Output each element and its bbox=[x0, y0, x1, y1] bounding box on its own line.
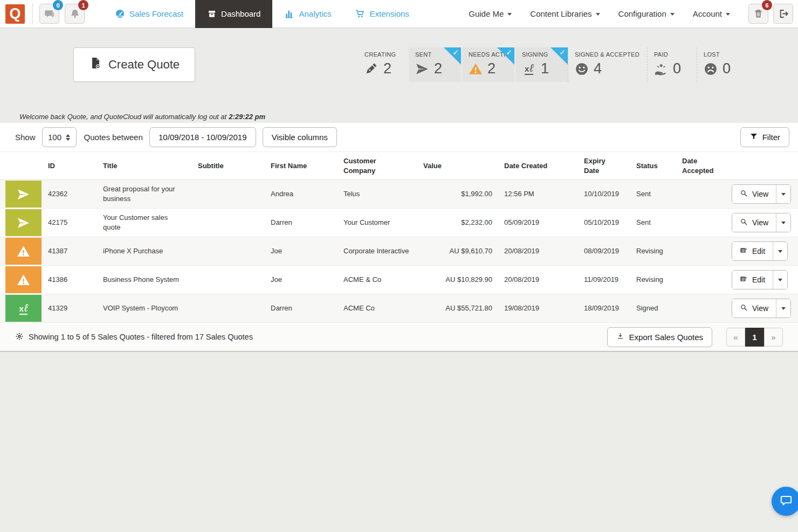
nav-item-extensions[interactable]: Extensions bbox=[343, 0, 421, 28]
row-action-label: View bbox=[752, 304, 768, 313]
current-page-button[interactable]: 1 bbox=[745, 328, 764, 347]
column-header-date-accepted[interactable]: Date Accepted bbox=[676, 156, 730, 175]
column-header-value[interactable]: Value bbox=[417, 161, 498, 171]
row-action-button[interactable]: View bbox=[732, 185, 776, 203]
pipeline-stage-signing[interactable]: SIGNING xℓ 1 bbox=[515, 47, 568, 82]
cell-id: 41387 bbox=[42, 246, 97, 256]
quotecloud-logo[interactable]: Q bbox=[5, 4, 25, 24]
column-header-date-created[interactable]: Date Created bbox=[498, 161, 577, 171]
row-action-button[interactable]: Edit bbox=[732, 242, 773, 260]
table-row: 42362 Great proposal for your business A… bbox=[0, 180, 798, 209]
cell-date-created: 12:56 PM bbox=[498, 189, 577, 199]
pipeline-stage-needs-action[interactable]: NEEDS ACTION 2 bbox=[462, 47, 514, 82]
chat-badge: 0 bbox=[53, 0, 63, 10]
nav-item-sales-forecast[interactable]: Sales Forecast bbox=[103, 0, 195, 28]
column-header-title[interactable]: Title bbox=[97, 161, 191, 171]
status-icon-cell bbox=[0, 180, 42, 208]
paper-plane-icon bbox=[5, 209, 42, 236]
column-header-customer-company[interactable]: Customer Company bbox=[337, 156, 417, 175]
column-header-status[interactable]: Status bbox=[630, 161, 676, 171]
export-sales-quotes-button[interactable]: Export Sales Quotes bbox=[607, 327, 712, 347]
hand-money-icon bbox=[654, 62, 668, 76]
warning-icon bbox=[5, 266, 42, 293]
menu-account[interactable]: Account bbox=[693, 9, 730, 18]
pipeline-stage-signed-accepted[interactable]: SIGNED & ACCEPTED 4 bbox=[568, 47, 647, 82]
cell-value: $1,992.00 bbox=[417, 189, 498, 199]
previous-page-button[interactable]: « bbox=[726, 328, 745, 347]
cell-actions: Edit bbox=[730, 241, 798, 261]
notifications-button[interactable]: 1 bbox=[65, 4, 85, 24]
row-action-dropdown[interactable] bbox=[773, 242, 787, 260]
menu-guide-me[interactable]: Guide Me bbox=[469, 9, 512, 18]
pipeline-stage-sent[interactable]: SENT 2 bbox=[409, 47, 461, 82]
stage-count: 2 bbox=[383, 60, 391, 77]
column-header-expiry-date[interactable]: Expiry Date bbox=[577, 156, 630, 175]
cell-id: 42175 bbox=[42, 218, 97, 227]
warning-icon bbox=[5, 238, 42, 265]
row-action-dropdown[interactable] bbox=[773, 271, 787, 289]
table-row: xℓ 41329 VOIP System - Ploycom Darren AC… bbox=[0, 294, 798, 323]
caret-down-icon bbox=[778, 279, 782, 281]
live-chat-button[interactable] bbox=[772, 487, 798, 516]
column-header-first-name[interactable]: First Name bbox=[264, 161, 337, 171]
column-header-subtitle[interactable]: Subtitle bbox=[191, 161, 264, 171]
edit-icon bbox=[740, 246, 748, 257]
cell-customer-company: ACME Co bbox=[337, 303, 417, 313]
welcome-text: Welcome back Quote, and QuoteCloud will … bbox=[19, 113, 226, 121]
stage-label: SENT bbox=[415, 51, 459, 58]
cell-title: VOIP System - Ploycom bbox=[97, 303, 191, 313]
date-range-input[interactable]: 10/09/2018 - 10/09/2019 bbox=[149, 127, 256, 147]
magnifier-icon bbox=[740, 218, 748, 228]
row-action-button[interactable]: View bbox=[732, 299, 776, 317]
chat-messages-button[interactable]: 0 bbox=[39, 4, 59, 24]
pipeline-stage-paid[interactable]: PAID 0 bbox=[647, 47, 697, 82]
paper-plane-icon bbox=[415, 62, 429, 76]
caret-down-icon bbox=[781, 307, 786, 310]
trash-badge: 6 bbox=[762, 0, 772, 10]
create-quote-button[interactable]: Create Quote bbox=[73, 47, 195, 82]
row-action-dropdown[interactable] bbox=[776, 299, 790, 317]
pipeline-stage-lost[interactable]: LOST 0 bbox=[697, 47, 746, 82]
cell-status: Sent bbox=[630, 189, 676, 199]
table-row: 42175 Your Customer sales quote Darren Y… bbox=[0, 209, 798, 237]
stage-count: 4 bbox=[594, 60, 602, 77]
nav-item-dashboard[interactable]: Dashboard bbox=[195, 0, 272, 28]
cell-expiry-date: 05/10/2019 bbox=[577, 218, 630, 227]
filter-button[interactable]: Filter bbox=[740, 127, 789, 147]
pipeline-stage-creating[interactable]: CREATING 2 bbox=[358, 47, 408, 82]
nav-label: Sales Forecast bbox=[129, 9, 183, 18]
bell-icon bbox=[69, 8, 81, 20]
visible-columns-button[interactable]: Visible columns bbox=[263, 127, 337, 147]
row-action-dropdown[interactable] bbox=[776, 213, 790, 232]
logout-time: 2:29:22 pm bbox=[229, 113, 265, 121]
menu-configuration[interactable]: Configuration bbox=[618, 9, 675, 18]
cell-customer-company: Corporate Interactive bbox=[337, 246, 417, 256]
paper-plane-icon bbox=[5, 181, 42, 208]
page-size-select[interactable]: 100 bbox=[42, 127, 77, 147]
trash-button[interactable]: 6 bbox=[748, 4, 768, 24]
welcome-message: Welcome back Quote, and QuoteCloud will … bbox=[0, 110, 798, 123]
gauge-icon bbox=[115, 9, 125, 19]
stage-label: SIGNING bbox=[522, 51, 566, 58]
row-action-button[interactable]: View bbox=[732, 213, 776, 232]
table-toolbar: Show 100 Quotes between 10/09/2018 - 10/… bbox=[0, 123, 798, 152]
results-summary: Showing 1 to 5 of 5 Sales Quotes - filte… bbox=[15, 332, 253, 342]
visible-columns-label: Visible columns bbox=[272, 133, 328, 142]
warning-icon bbox=[469, 62, 483, 76]
cell-expiry-date: 18/09/2019 bbox=[577, 303, 630, 313]
row-action-dropdown[interactable] bbox=[776, 185, 790, 203]
nav-item-analytics[interactable]: Analytics bbox=[272, 0, 343, 28]
next-page-button[interactable]: » bbox=[764, 328, 783, 347]
create-quote-label: Create Quote bbox=[108, 58, 180, 72]
status-icon-cell bbox=[0, 266, 42, 294]
stage-count: 0 bbox=[723, 60, 731, 77]
menu-content-libraries[interactable]: Content Libraries bbox=[530, 9, 600, 18]
stepper-icon bbox=[66, 134, 70, 141]
stage-label: LOST bbox=[704, 51, 739, 58]
column-header-id[interactable]: ID bbox=[42, 161, 97, 171]
gear-icon[interactable] bbox=[15, 332, 24, 342]
stage-label: NEEDS ACTION bbox=[469, 51, 512, 58]
logout-button[interactable] bbox=[773, 4, 793, 24]
chevron-down-icon bbox=[507, 13, 512, 16]
row-action-button[interactable]: Edit bbox=[732, 271, 773, 289]
